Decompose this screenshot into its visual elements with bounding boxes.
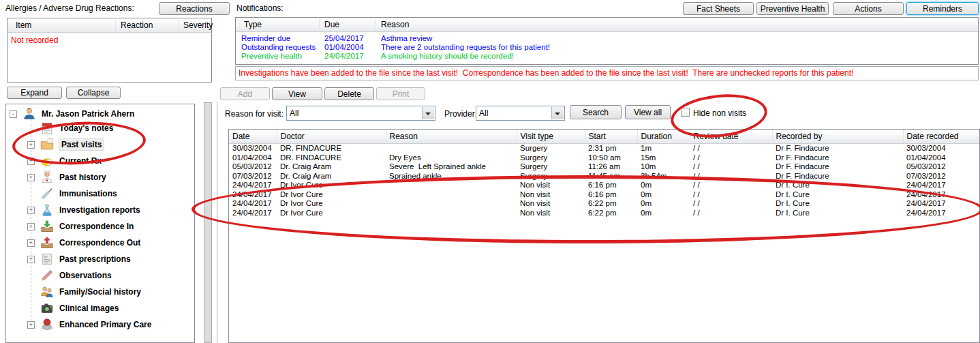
tree-item-past-history[interactable]: + Past history <box>6 169 194 185</box>
notif-col-reason[interactable]: Reason <box>381 20 409 29</box>
panel-splitter[interactable] <box>204 102 212 343</box>
file-warning-text: Investigations have been added to the fi… <box>239 68 853 78</box>
reason-for-visit-select[interactable]: All <box>286 106 435 121</box>
notifications-table: Type Due Reason Reminder due 25/04/2017 … <box>235 17 979 65</box>
provider-label: Provider: <box>444 109 477 119</box>
patient-icon <box>22 107 36 121</box>
allergies-col-reaction[interactable]: Reaction <box>121 20 153 30</box>
hide-non-visits-checkbox[interactable] <box>681 108 690 117</box>
col-start[interactable]: Start <box>585 130 637 143</box>
tree-item-family-social-history[interactable]: Family/Social history <box>6 284 194 300</box>
camera-icon <box>40 301 54 315</box>
allergies-col-item[interactable]: Item <box>16 20 31 30</box>
reminders-button[interactable]: Reminders <box>906 2 979 15</box>
reactions-button[interactable]: Reactions <box>159 2 230 15</box>
expand-expander-icon[interactable]: + <box>27 174 35 181</box>
expand-expander-icon[interactable]: + <box>27 256 35 263</box>
visit-row[interactable]: 05/03/2012Dr. Craig AramSevere Left Spra… <box>229 162 980 172</box>
col-date[interactable]: Date <box>229 130 277 143</box>
prescription-icon <box>40 252 54 266</box>
patient-tree-panel: - Mr. Jason Patrick Ahern Today's notes … <box>5 104 195 343</box>
tree-item-todays-notes[interactable]: Today's notes <box>6 120 194 136</box>
notifications-table-header: Type Due Reason <box>236 18 978 32</box>
col-visit-type[interactable]: Visit type <box>517 130 585 143</box>
visit-row[interactable]: 24/04/2017Dr Ivor CureNon visit6:16 pm0m… <box>229 190 980 199</box>
visit-row[interactable]: 07/03/2012Dr. Craig AramSprained ankleSu… <box>229 171 980 181</box>
col-reason[interactable]: Reason <box>386 130 517 143</box>
file-warning-bar: Investigations have been added to the fi… <box>235 66 979 80</box>
chevron-down-icon[interactable] <box>551 107 564 119</box>
inbox-in-icon <box>40 220 54 233</box>
main-panel-divider <box>217 102 217 343</box>
allergies-table: Item Reaction Severity Not recorded <box>7 18 212 83</box>
expand-expander-icon[interactable]: + <box>27 239 35 247</box>
tree-item-investigation-reports[interactable]: + Investigation reports <box>6 202 194 218</box>
visit-row[interactable]: 01/04/2004DR. FINDACUREDry EyesSurgery10… <box>229 153 980 162</box>
tree-item-immunisations[interactable]: Immunisations <box>6 185 194 202</box>
preventive-health-button[interactable]: Preventive Health <box>756 2 829 15</box>
allergies-label: Allergies / Adverse Drug Reactions: <box>5 3 134 13</box>
notif-col-due[interactable]: Due <box>324 20 339 29</box>
tree-item-current-rx[interactable]: + Current Rx <box>6 153 194 169</box>
visits-header-row: Date Doctor Reason Visit type Start Dura… <box>229 130 980 143</box>
flask-icon <box>40 203 54 217</box>
search-button[interactable]: Search <box>570 105 622 119</box>
fact-sheets-button[interactable]: Fact Sheets <box>683 2 754 15</box>
patient-name: Mr. Jason Patrick Ahern <box>42 109 134 119</box>
visit-row[interactable]: 30/03/2004DR. FINDACURESurgery2:31 pm1m/… <box>229 143 980 153</box>
visit-row[interactable]: 24/04/2017Dr Ivor CureNon visit6:22 pm0m… <box>229 199 980 209</box>
view-all-button[interactable]: View all <box>625 105 671 119</box>
provider-select[interactable]: All <box>476 106 565 121</box>
family-icon <box>40 285 54 299</box>
allergies-value: Not recorded <box>11 35 58 45</box>
tree-item-enhanced-primary-care[interactable]: + Enhanced Primary Care <box>6 316 194 333</box>
hide-non-visits-label: Hide non visits <box>693 108 746 118</box>
add-button: Add <box>220 87 270 100</box>
pill-icon <box>40 154 54 168</box>
visit-row[interactable]: 24/04/2017Dr Ivor CureNon visit6:22 pm0m… <box>229 208 980 218</box>
col-recorded-by[interactable]: Recorded by <box>772 130 903 143</box>
expand-expander-icon[interactable]: + <box>27 223 35 230</box>
syringe-icon <box>40 187 54 200</box>
collapse-button[interactable]: Collapse <box>66 87 121 99</box>
expand-expander-icon[interactable]: + <box>27 141 35 149</box>
tree-item-correspondence-in[interactable]: + Correspondence In <box>6 218 194 235</box>
col-duration[interactable]: Duration <box>637 130 690 143</box>
expand-expander-icon[interactable]: + <box>27 207 35 214</box>
tree-item-past-prescriptions[interactable]: + Past prescriptions <box>6 251 194 267</box>
delete-button[interactable]: Delete <box>324 87 374 100</box>
folder-icon <box>40 138 54 151</box>
expand-expander-icon[interactable]: + <box>27 321 35 329</box>
tree-item-correspondence-out[interactable]: + Correspondence Out <box>6 235 194 251</box>
visits-list: Date Doctor Reason Visit type Start Dura… <box>228 129 980 343</box>
tree-item-past-visits[interactable]: + Past visits <box>6 136 194 153</box>
pencil-icon <box>40 269 54 282</box>
collapse-expander-icon[interactable]: - <box>10 110 17 118</box>
tree-item-clinical-images[interactable]: Clinical images <box>6 300 194 316</box>
patient-record-screen: Allergies / Adverse Drug Reactions: Reac… <box>0 0 980 343</box>
tree-item-observations[interactable]: Observations <box>6 267 194 284</box>
allergies-table-header: Item Reaction Severity <box>7 18 211 33</box>
reason-for-visit-label: Reason for visit: <box>225 109 284 119</box>
calendar-icon <box>40 121 54 135</box>
expand-expander-icon[interactable]: + <box>27 158 35 165</box>
expand-button[interactable]: Expand <box>7 87 62 99</box>
notifications-label: Notifications: <box>236 3 284 13</box>
print-button: Print <box>376 87 425 100</box>
col-review-date[interactable]: Review date <box>690 130 772 143</box>
actions-button[interactable]: Actions <box>833 2 904 15</box>
chevron-down-icon[interactable] <box>422 107 434 119</box>
doctor-icon <box>40 170 54 184</box>
visit-row[interactable]: 24/04/2017Dr Ivor CureNon visit6:16 pm0m… <box>229 181 980 190</box>
notif-col-type[interactable]: Type <box>244 20 262 29</box>
view-button[interactable]: View <box>272 87 322 100</box>
col-date-recorded[interactable]: Date recorded <box>903 130 980 143</box>
inbox-out-icon <box>40 236 54 250</box>
allergies-col-severity[interactable]: Severity <box>183 20 213 30</box>
epc-figure-icon <box>40 318 54 331</box>
col-doctor[interactable]: Doctor <box>277 130 386 143</box>
